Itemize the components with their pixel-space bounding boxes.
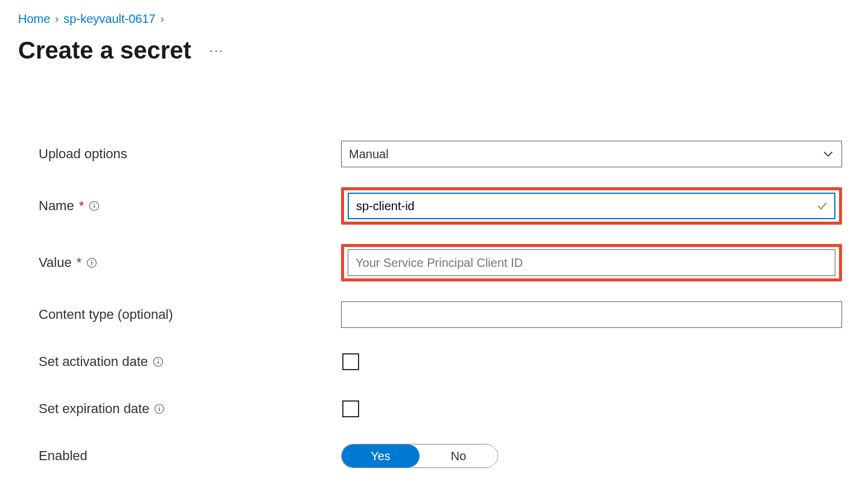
required-mark: * — [77, 255, 82, 271]
chevron-right-icon: › — [161, 13, 164, 25]
svg-rect-10 — [159, 408, 161, 411]
label-expiration-date: Set expiration date — [18, 401, 341, 417]
label-text: Enabled — [39, 448, 88, 464]
info-icon[interactable] — [153, 356, 164, 367]
svg-rect-7 — [158, 361, 159, 364]
value-input[interactable] — [348, 249, 835, 276]
activation-date-checkbox[interactable] — [342, 353, 359, 370]
svg-rect-2 — [94, 204, 95, 205]
row-activation-date: Set activation date — [18, 338, 850, 385]
label-text: Name — [39, 198, 74, 214]
enabled-yes[interactable]: Yes — [342, 444, 420, 467]
row-enabled: Enabled Yes No — [18, 432, 850, 480]
label-text: Set activation date — [39, 354, 148, 370]
highlight-name — [341, 187, 842, 225]
required-mark: * — [79, 198, 85, 214]
label-enabled: Enabled — [18, 448, 341, 464]
row-value: Value * — [18, 234, 850, 291]
svg-rect-4 — [91, 262, 92, 265]
info-icon[interactable] — [154, 403, 165, 414]
more-actions-button[interactable]: ··· — [209, 43, 224, 59]
label-text: Value — [39, 255, 72, 271]
svg-rect-8 — [158, 359, 159, 361]
breadcrumb-resource[interactable]: sp-keyvault-0617 — [63, 12, 155, 26]
svg-rect-5 — [91, 260, 92, 261]
check-icon — [816, 200, 828, 212]
svg-rect-11 — [159, 406, 161, 408]
row-name: Name * — [18, 178, 850, 234]
dropdown-value: Manual — [349, 147, 389, 161]
highlight-value — [341, 244, 842, 281]
chevron-right-icon: › — [55, 13, 59, 25]
label-text: Upload options — [39, 146, 127, 162]
label-upload-options: Upload options — [18, 146, 341, 162]
breadcrumb: Home › sp-keyvault-0617 › — [18, 12, 850, 26]
row-upload-options: Upload options Manual — [18, 130, 850, 178]
row-content-type: Content type (optional) — [18, 291, 850, 338]
info-icon[interactable] — [86, 257, 97, 268]
enabled-toggle: Yes No — [341, 444, 498, 468]
label-activation-date: Set activation date — [18, 354, 341, 370]
info-icon[interactable] — [89, 200, 100, 211]
svg-rect-1 — [94, 205, 95, 208]
content-type-input[interactable] — [341, 301, 842, 328]
page-title: Create a secret — [18, 37, 191, 64]
title-row: Create a secret ··· — [18, 37, 850, 64]
upload-options-dropdown[interactable]: Manual — [341, 141, 842, 167]
label-text: Content type (optional) — [39, 307, 173, 322]
label-name: Name * — [18, 198, 341, 214]
enabled-no[interactable]: No — [420, 444, 497, 467]
label-content-type: Content type (optional) — [18, 307, 341, 322]
row-expiration-date: Set expiration date — [18, 385, 850, 432]
label-value: Value * — [18, 255, 341, 271]
chevron-down-icon — [822, 148, 834, 160]
name-input[interactable] — [348, 193, 835, 219]
label-text: Set expiration date — [39, 401, 149, 417]
expiration-date-checkbox[interactable] — [342, 400, 359, 417]
breadcrumb-home[interactable]: Home — [18, 12, 50, 26]
